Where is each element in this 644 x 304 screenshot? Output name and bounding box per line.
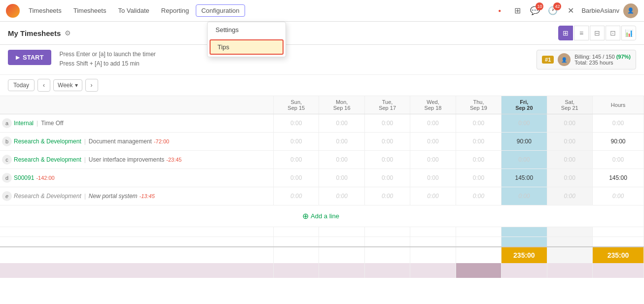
activity-button[interactable]: 🕐 42 bbox=[546, 4, 560, 18]
col-header-sun: Sun, Sep 15 bbox=[274, 96, 319, 114]
day-cell[interactable]: 0:00 bbox=[319, 187, 364, 205]
table-row: bResearch & Development|Document managem… bbox=[0, 133, 644, 151]
nav-timesheets[interactable]: Timesheets bbox=[69, 5, 111, 16]
user-name[interactable]: BarbieAsianv bbox=[581, 7, 619, 14]
time-negative: -13:45 bbox=[140, 193, 155, 199]
spacer-cell bbox=[274, 237, 319, 247]
day-cell[interactable]: 145:00 bbox=[501, 169, 547, 187]
settings-gear-icon[interactable]: ⚙ bbox=[65, 29, 71, 37]
day-cell[interactable]: 0:00 bbox=[319, 151, 364, 169]
view-table-button[interactable]: ⊡ bbox=[606, 26, 620, 40]
configuration-dropdown: Settings Tips bbox=[207, 22, 286, 57]
nav-configuration[interactable]: Configuration bbox=[196, 4, 245, 17]
view-chart-button[interactable]: 📊 bbox=[621, 26, 636, 40]
day-cell[interactable]: 90:00 bbox=[501, 133, 547, 151]
spacer-cell bbox=[456, 227, 501, 237]
day-cell[interactable]: 0:00 bbox=[410, 187, 456, 205]
messages-button[interactable]: 💬 10 bbox=[528, 4, 542, 18]
day-cell[interactable]: 0:00 bbox=[456, 133, 501, 151]
day-cell[interactable]: 0:00 bbox=[319, 133, 364, 151]
view-list-button[interactable]: ≡ bbox=[574, 26, 589, 40]
day-cell[interactable]: 0:00 bbox=[501, 114, 547, 133]
row-letter: d bbox=[2, 173, 12, 183]
day-cell[interactable]: 0:00 bbox=[456, 114, 501, 133]
dropdown-tips[interactable]: Tips bbox=[210, 39, 284, 55]
day-cell[interactable]: 0:00 bbox=[364, 133, 410, 151]
table-row: aInternal|Time Off0:000:000:000:000:000:… bbox=[0, 114, 644, 133]
col-header-mon: Mon, Sep 16 bbox=[319, 96, 364, 114]
day-cell[interactable]: 0:00 bbox=[456, 187, 501, 205]
row-letter: e bbox=[2, 191, 12, 201]
total-day-cell bbox=[410, 247, 456, 263]
day-cell[interactable]: 0:00 bbox=[456, 169, 501, 187]
spacer-cell bbox=[593, 227, 644, 237]
table-row: dS00091 -142:000:000:000:000:000:00145:0… bbox=[0, 169, 644, 187]
day-cell[interactable]: 0:00 bbox=[547, 169, 592, 187]
toolbar: ▶ START Press Enter or [a] to launch the… bbox=[0, 45, 644, 75]
day-cell[interactable]: 0:00 bbox=[274, 151, 319, 169]
task-separator: | bbox=[84, 193, 86, 200]
day-cell[interactable]: 0:00 bbox=[274, 169, 319, 187]
apps-grid-icon[interactable]: ⊞ bbox=[510, 4, 524, 18]
nav-reporting[interactable]: Reporting bbox=[156, 5, 194, 16]
day-cell[interactable]: 0:00 bbox=[410, 151, 456, 169]
total-day-cell: 235:00 bbox=[501, 247, 547, 263]
day-cell[interactable]: 0:00 bbox=[274, 133, 319, 151]
day-cell[interactable]: 0:00 bbox=[547, 114, 592, 133]
add-line-button[interactable]: ⊕ Add a line bbox=[300, 209, 343, 223]
prev-week-button[interactable]: ‹ bbox=[37, 79, 50, 92]
day-cell[interactable]: 0:00 bbox=[364, 114, 410, 133]
project-cell-a[interactable]: aInternal|Time Off bbox=[0, 114, 274, 133]
project-cell-e[interactable]: eResearch & Development|New portal syste… bbox=[0, 187, 274, 205]
nav-timesheets-app[interactable]: Timesheets bbox=[24, 5, 67, 16]
spacer-cell bbox=[593, 237, 644, 247]
day-cell[interactable]: 0:00 bbox=[501, 187, 547, 205]
next-week-button[interactable]: › bbox=[85, 79, 98, 92]
app-logo[interactable] bbox=[6, 4, 20, 18]
project-name: Research & Development bbox=[14, 193, 81, 200]
total-day-cell bbox=[319, 247, 364, 263]
day-cell[interactable]: 0:00 bbox=[410, 133, 456, 151]
bottom-cell bbox=[319, 263, 364, 278]
view-kanban-button[interactable]: ⊟ bbox=[590, 26, 605, 40]
project-cell-d[interactable]: dS00091 -142:00 bbox=[0, 169, 274, 187]
day-cell[interactable]: 0:00 bbox=[547, 151, 592, 169]
spacer-cell bbox=[501, 227, 547, 237]
project-cell-b[interactable]: bResearch & Development|Document managem… bbox=[0, 133, 274, 151]
day-cell[interactable]: 0:00 bbox=[410, 114, 456, 133]
day-cell[interactable]: 0:00 bbox=[501, 151, 547, 169]
total-day-cell bbox=[456, 247, 501, 263]
day-cell[interactable]: 0:00 bbox=[364, 187, 410, 205]
day-cell[interactable]: 0:00 bbox=[364, 169, 410, 187]
settings-icon[interactable]: ✕ bbox=[564, 4, 577, 18]
day-cell[interactable]: 0:00 bbox=[364, 151, 410, 169]
row-letter: b bbox=[2, 136, 12, 146]
red-dot-icon[interactable]: ● bbox=[493, 4, 506, 18]
week-selector[interactable]: Week ▾ bbox=[53, 79, 82, 91]
day-cell[interactable]: 0:00 bbox=[319, 114, 364, 133]
day-cell[interactable]: 0:00 bbox=[319, 169, 364, 187]
day-cell[interactable]: 0:00 bbox=[547, 187, 592, 205]
view-controls: ⊞ ≡ ⊟ ⊡ 📊 bbox=[558, 26, 636, 40]
project-cell-c[interactable]: cResearch & Development|User interface i… bbox=[0, 151, 274, 169]
project-name: Research & Development bbox=[14, 156, 81, 163]
start-timer-button[interactable]: ▶ START bbox=[8, 50, 51, 65]
billing-info: Billing: 145 / 150 (97%) Total: 235 hour… bbox=[574, 54, 631, 66]
dropdown-settings[interactable]: Settings bbox=[208, 22, 286, 37]
day-cell[interactable]: 0:00 bbox=[456, 151, 501, 169]
bottom-cell bbox=[410, 263, 456, 278]
today-button[interactable]: Today bbox=[8, 79, 35, 91]
table-scroll-container[interactable]: Sun, Sep 15 Mon, Sep 16 Tue, Sep 17 Wed,… bbox=[0, 96, 644, 301]
day-cell[interactable]: 0:00 bbox=[274, 114, 319, 133]
col-header-fri: Fri, Sep 20 bbox=[501, 96, 547, 114]
spacer-cell bbox=[501, 237, 547, 247]
day-cell[interactable]: 0:00 bbox=[410, 169, 456, 187]
task-name: User interface improvements bbox=[89, 156, 164, 163]
day-cell[interactable]: 0:00 bbox=[274, 187, 319, 205]
view-grid-button[interactable]: ⊞ bbox=[558, 26, 573, 40]
nav-to-validate[interactable]: To Validate bbox=[113, 5, 154, 16]
start-label: START bbox=[23, 54, 43, 61]
day-cell[interactable]: 0:00 bbox=[547, 133, 592, 151]
row-letter: a bbox=[2, 118, 12, 128]
user-avatar[interactable]: 👤 bbox=[623, 3, 638, 18]
